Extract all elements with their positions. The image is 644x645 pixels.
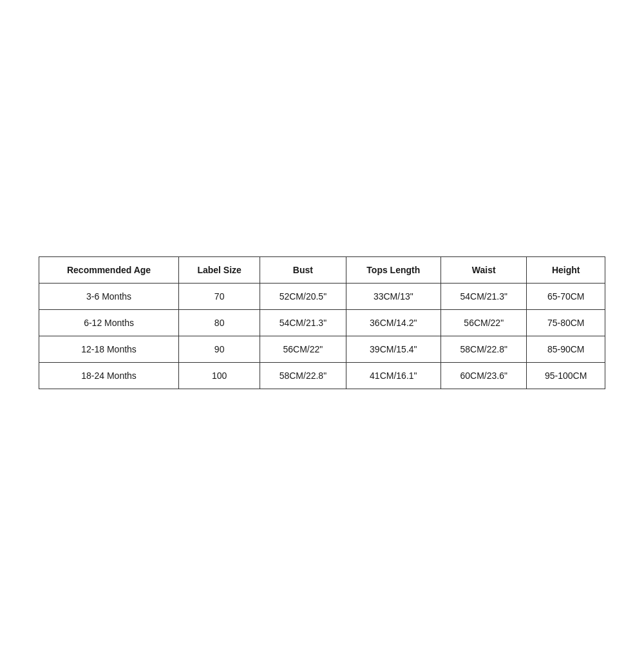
- cell-height-0: 65-70CM: [527, 283, 605, 309]
- cell-waist-1: 56CM/22": [441, 309, 527, 336]
- cell-tops-length-1: 36CM/14.2": [346, 309, 440, 336]
- table-row: 12-18 Months 90 56CM/22" 39CM/15.4" 58CM…: [39, 336, 605, 362]
- cell-age-1: 6-12 Months: [39, 309, 179, 336]
- col-header-label-size: Label Size: [179, 256, 260, 283]
- cell-bust-3: 58CM/22.8": [260, 362, 346, 389]
- cell-waist-2: 58CM/22.8": [441, 336, 527, 362]
- table-row: 3-6 Months 70 52CM/20.5" 33CM/13" 54CM/2…: [39, 283, 605, 309]
- cell-label-size-2: 90: [179, 336, 260, 362]
- cell-height-3: 95-100CM: [527, 362, 605, 389]
- cell-height-1: 75-80CM: [527, 309, 605, 336]
- table-row: 18-24 Months 100 58CM/22.8" 41CM/16.1" 6…: [39, 362, 605, 389]
- cell-label-size-0: 70: [179, 283, 260, 309]
- cell-label-size-3: 100: [179, 362, 260, 389]
- cell-tops-length-3: 41CM/16.1": [346, 362, 440, 389]
- col-header-height: Height: [527, 256, 605, 283]
- col-header-bust: Bust: [260, 256, 346, 283]
- cell-tops-length-2: 39CM/15.4": [346, 336, 440, 362]
- cell-waist-3: 60CM/23.6": [441, 362, 527, 389]
- cell-age-0: 3-6 Months: [39, 283, 179, 309]
- table-row: 6-12 Months 80 54CM/21.3" 36CM/14.2" 56C…: [39, 309, 605, 336]
- col-header-age: Recommended Age: [39, 256, 179, 283]
- cell-bust-0: 52CM/20.5": [260, 283, 346, 309]
- cell-label-size-1: 80: [179, 309, 260, 336]
- col-header-waist: Waist: [441, 256, 527, 283]
- size-chart-container: Recommended Age Label Size Bust Tops Len…: [39, 256, 605, 389]
- cell-age-2: 12-18 Months: [39, 336, 179, 362]
- cell-bust-2: 56CM/22": [260, 336, 346, 362]
- table-header-row: Recommended Age Label Size Bust Tops Len…: [39, 256, 605, 283]
- col-header-tops-length: Tops Length: [346, 256, 440, 283]
- cell-bust-1: 54CM/21.3": [260, 309, 346, 336]
- cell-waist-0: 54CM/21.3": [441, 283, 527, 309]
- cell-age-3: 18-24 Months: [39, 362, 179, 389]
- cell-height-2: 85-90CM: [527, 336, 605, 362]
- size-chart-table: Recommended Age Label Size Bust Tops Len…: [39, 256, 605, 389]
- cell-tops-length-0: 33CM/13": [346, 283, 440, 309]
